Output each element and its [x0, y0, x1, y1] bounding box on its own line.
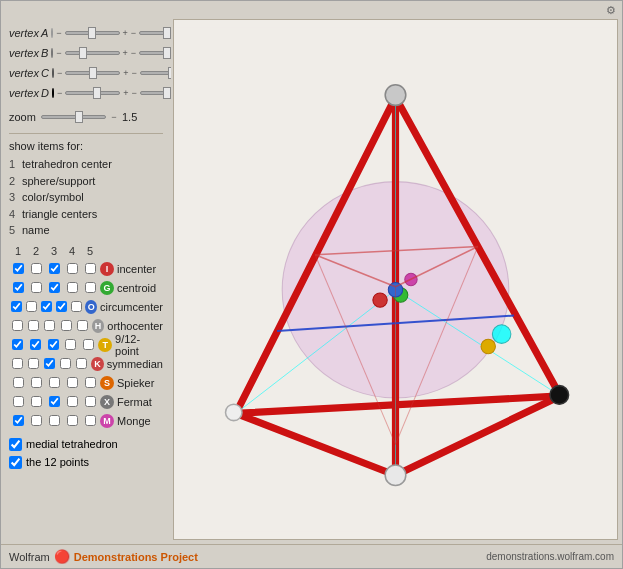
slider1-minus-b[interactable]: − [56, 49, 61, 58]
checkbox-incenter-col3[interactable] [49, 263, 60, 274]
center-cb-4-4 [80, 336, 98, 354]
center-name-incenter: incenter [117, 263, 156, 275]
tetrahedron-svg [174, 20, 617, 539]
slider1-b[interactable] [65, 51, 120, 55]
zoom-slider[interactable] [41, 115, 106, 119]
checkbox-symmedian-col3[interactable] [44, 358, 55, 369]
checkbox-9/12-point-col1[interactable] [12, 339, 23, 350]
checkbox-circumcenter-col1[interactable] [11, 301, 22, 312]
checkbox-9/12-point-col2[interactable] [30, 339, 41, 350]
checkbox-9/12-point-col5[interactable] [83, 339, 94, 350]
checkbox-circumcenter-col5[interactable] [71, 301, 82, 312]
checkbox-circumcenter-col2[interactable] [26, 301, 37, 312]
demonstrations-link[interactable]: Demonstrations Project [74, 551, 198, 563]
svg-point-14 [226, 404, 242, 420]
checkbox-symmedian-col5[interactable] [76, 358, 87, 369]
center-cb-5-0 [9, 355, 25, 373]
divider-1 [9, 133, 163, 134]
footer-left: Wolfram 🔴 Demonstrations Project [9, 549, 198, 564]
slider1-plus-a[interactable]: + [123, 29, 128, 38]
col-header-2: 2 [27, 245, 45, 257]
checkbox-centroid-col2[interactable] [31, 282, 42, 293]
bottom-checkbox-0[interactable] [9, 438, 22, 451]
checkbox-fermat-col5[interactable] [85, 396, 96, 407]
gear-icon[interactable]: ⚙ [606, 4, 618, 16]
checkbox-spieker-col4[interactable] [67, 377, 78, 388]
center-cb-8-3 [63, 412, 81, 430]
checkbox-monge-col4[interactable] [67, 415, 78, 426]
checkbox-incenter-col1[interactable] [13, 263, 24, 274]
checkbox-symmedian-col4[interactable] [60, 358, 71, 369]
show-item-num-4: 4 [9, 206, 19, 223]
center-cb-4-2 [44, 336, 62, 354]
symbol-badge-centroid: G [100, 281, 114, 295]
checkbox-centroid-col3[interactable] [49, 282, 60, 293]
checkbox-incenter-col5[interactable] [85, 263, 96, 274]
slider2-minus-d[interactable]: − [131, 89, 136, 98]
checkbox-monge-col2[interactable] [31, 415, 42, 426]
bottom-checkbox-1[interactable] [9, 456, 22, 469]
checkbox-monge-col3[interactable] [49, 415, 60, 426]
main-window: ⚙ vertex A − + − + − + {1., -1., 1.} ver… [0, 0, 623, 569]
checkbox-spieker-col1[interactable] [13, 377, 24, 388]
checkbox-fermat-col2[interactable] [31, 396, 42, 407]
symbol-badge-incenter: I [100, 262, 114, 276]
zoom-minus[interactable]: − [110, 113, 118, 122]
checkbox-incenter-col2[interactable] [31, 263, 42, 274]
center-cb-0-0 [9, 260, 27, 278]
slider1-plus-b[interactable]: + [123, 49, 128, 58]
checkbox-spieker-col3[interactable] [49, 377, 60, 388]
show-items-list: 1 tetrahedron center2 sphere/support3 co… [9, 156, 163, 239]
checkbox-9/12-point-col4[interactable] [65, 339, 76, 350]
checkbox-centroid-col1[interactable] [13, 282, 24, 293]
checkbox-monge-col1[interactable] [13, 415, 24, 426]
checkbox-orthocenter-col5[interactable] [77, 320, 88, 331]
checkbox-symmedian-col2[interactable] [28, 358, 39, 369]
center-name-monge: Monge [117, 415, 151, 427]
slider2-minus-a[interactable]: − [131, 29, 136, 38]
checkbox-centroid-col4[interactable] [67, 282, 78, 293]
checkbox-fermat-col1[interactable] [13, 396, 24, 407]
checkbox-monge-col5[interactable] [85, 415, 96, 426]
slider1-c[interactable] [65, 71, 120, 75]
checkbox-spieker-col2[interactable] [31, 377, 42, 388]
checkbox-orthocenter-col2[interactable] [28, 320, 39, 331]
slider2-minus-c[interactable]: − [131, 69, 136, 78]
checkbox-centroid-col5[interactable] [85, 282, 96, 293]
symbol-badge-symmedian: K [91, 357, 104, 371]
checkbox-incenter-col4[interactable] [67, 263, 78, 274]
center-row-monge: MMonge [9, 412, 163, 430]
checkbox-orthocenter-col3[interactable] [44, 320, 55, 331]
checkbox-fermat-col4[interactable] [67, 396, 78, 407]
slider1-plus-d[interactable]: + [123, 89, 128, 98]
center-cb-2-2 [39, 298, 54, 316]
slider1-d[interactable] [65, 91, 120, 95]
checkbox-orthocenter-col4[interactable] [61, 320, 72, 331]
svg-point-17 [373, 293, 387, 307]
slider1-a[interactable] [65, 31, 120, 35]
slider2-minus-b[interactable]: − [131, 49, 136, 58]
bottom-check-row-1: the 12 points [9, 454, 163, 471]
slider2-c[interactable] [140, 71, 171, 75]
slider1-plus-c[interactable]: + [123, 69, 128, 78]
checkbox-orthocenter-col1[interactable] [12, 320, 23, 331]
slider2-a[interactable] [139, 31, 171, 35]
checkbox-fermat-col3[interactable] [49, 396, 60, 407]
center-cb-8-4 [81, 412, 99, 430]
center-cb-3-2 [42, 317, 58, 335]
vertex-label-a: vertex A [9, 27, 48, 39]
center-cb-0-2 [45, 260, 63, 278]
slider1-minus-c[interactable]: − [57, 69, 62, 78]
slider1-minus-d[interactable]: − [57, 89, 62, 98]
vertex-rows: vertex A − + − + − + {1., -1., 1.} verte… [9, 23, 163, 103]
slider2-b[interactable] [139, 51, 171, 55]
checkbox-circumcenter-col4[interactable] [56, 301, 67, 312]
checkbox-spieker-col5[interactable] [85, 377, 96, 388]
slider2-d[interactable] [140, 91, 171, 95]
checkbox-circumcenter-col3[interactable] [41, 301, 52, 312]
show-item-text-3: color/symbol [22, 189, 84, 206]
vertex-row-b: vertex B − + − + − + {-1, 0., -0.7} [9, 43, 163, 63]
checkbox-symmedian-col1[interactable] [12, 358, 23, 369]
checkbox-9/12-point-col3[interactable] [48, 339, 59, 350]
slider1-minus-a[interactable]: − [56, 29, 61, 38]
